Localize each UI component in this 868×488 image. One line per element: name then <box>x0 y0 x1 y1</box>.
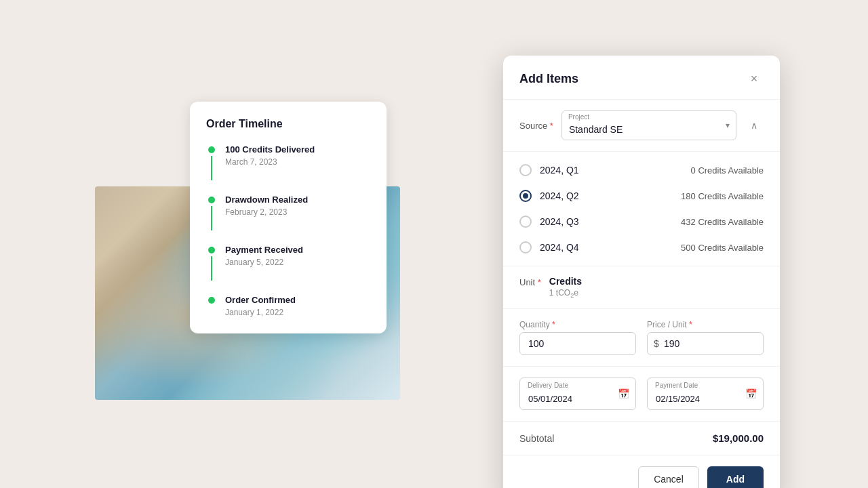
project-label: Project <box>568 113 589 121</box>
date-row: Delivery Date 📅 Payment Date 📅 <box>503 367 780 422</box>
timeline-dot <box>208 247 215 253</box>
timeline-event: 100 Credits Delivered <box>225 144 370 156</box>
subtotal-row: Subtotal $19,000.00 <box>503 422 780 455</box>
quantity-field-group: Quantity * <box>519 320 636 355</box>
quarter-credits-q4: 500 Credits Available <box>681 243 764 253</box>
modal-footer: Cancel Add <box>503 455 780 488</box>
timeline-dot <box>208 197 215 203</box>
calendar-icon-2: 📅 <box>745 388 757 399</box>
delivery-date-field: Delivery Date 📅 <box>519 378 636 410</box>
timeline-content: Drawdown Realized February 2, 2023 <box>225 194 370 217</box>
modal-title: Add Items <box>519 72 578 86</box>
quarter-credits-q2: 180 Credits Available <box>681 191 764 201</box>
quarter-list: 2024, Q1 0 Credits Available 2024, Q2 18… <box>503 152 780 266</box>
unit-detail: 1 tCO2e <box>549 288 764 299</box>
price-label: Price / Unit * <box>647 320 764 329</box>
timeline-dot <box>208 146 215 153</box>
collapse-button[interactable]: ∧ <box>745 116 764 135</box>
unit-label: Unit * <box>519 276 541 287</box>
price-field-group: Price / Unit * $ <box>647 320 764 355</box>
source-label: Source * <box>519 121 553 131</box>
timeline-event: Drawdown Realized <box>225 194 370 206</box>
timeline-dot <box>208 297 215 304</box>
add-button[interactable]: Add <box>707 466 764 488</box>
cancel-button[interactable]: Cancel <box>638 466 699 488</box>
timeline-item: 100 Credits Delivered March 7, 2023 <box>206 144 370 194</box>
payment-date-field: Payment Date 📅 <box>647 378 764 410</box>
timeline-item: Order Confirmed January 1, 2022 <box>206 294 370 317</box>
required-indicator: * <box>550 121 553 131</box>
quarter-name-q1: 2024, Q1 <box>540 165 579 176</box>
price-input[interactable] <box>647 332 764 355</box>
timeline-date: February 2, 2023 <box>225 207 370 217</box>
subtotal-label: Subtotal <box>519 433 554 444</box>
timeline-line <box>211 206 212 230</box>
quarter-name-q2: 2024, Q2 <box>540 190 579 201</box>
payment-date-label: Payment Date <box>655 382 698 389</box>
delivery-date-label: Delivery Date <box>528 382 568 389</box>
timeline-list: 100 Credits Delivered March 7, 2023 Draw… <box>206 144 370 317</box>
timeline-content: 100 Credits Delivered March 7, 2023 <box>225 144 370 167</box>
timeline-title: Order Timeline <box>206 118 370 130</box>
timeline-event: Payment Received <box>225 244 370 256</box>
radio-q1[interactable] <box>519 164 532 176</box>
quarter-credits-q3: 432 Credits Available <box>681 217 764 227</box>
timeline-content: Order Confirmed January 1, 2022 <box>225 294 370 317</box>
timeline-item: Drawdown Realized February 2, 2023 <box>206 194 370 244</box>
radio-q3[interactable] <box>519 216 532 228</box>
modal-header: Add Items × <box>503 56 780 100</box>
quantity-input[interactable] <box>519 332 636 355</box>
subtotal-value: $19,000.00 <box>713 432 764 444</box>
timeline-content: Payment Received January 5, 2022 <box>225 244 370 267</box>
calendar-icon: 📅 <box>618 388 629 399</box>
source-row: Source * Project Standard SE ▾ ∧ <box>503 100 780 152</box>
close-button[interactable]: × <box>745 69 764 88</box>
timeline-line <box>211 156 212 180</box>
quarter-item-q2: 2024, Q2 180 Credits Available <box>519 183 764 209</box>
quantity-price-row: Quantity * Price / Unit * $ <box>503 309 780 367</box>
unit-info: Credits 1 tCO2e <box>549 276 764 299</box>
radio-q2[interactable] <box>519 190 532 202</box>
timeline-date: January 5, 2022 <box>225 258 370 267</box>
timeline-item: Payment Received January 5, 2022 <box>206 244 370 294</box>
quarter-name-q4: 2024, Q4 <box>540 242 579 253</box>
quantity-label: Quantity * <box>519 320 636 329</box>
unit-section: Unit * Credits 1 tCO2e <box>503 266 780 309</box>
project-select-wrap: Project Standard SE ▾ <box>561 110 736 140</box>
timeline-date: January 1, 2022 <box>225 308 370 317</box>
quarter-item-q1: 2024, Q1 0 Credits Available <box>519 157 764 183</box>
quarter-item-q3: 2024, Q3 432 Credits Available <box>519 209 764 235</box>
unit-required: * <box>538 277 541 287</box>
timeline-date: March 7, 2023 <box>225 157 370 167</box>
radio-q4[interactable] <box>519 241 532 253</box>
quarter-credits-q1: 0 Credits Available <box>691 165 764 176</box>
price-prefix: $ <box>654 338 659 349</box>
add-items-modal: Add Items × Source * Project Standard SE… <box>503 56 780 488</box>
quarter-name-q3: 2024, Q3 <box>540 216 579 227</box>
order-timeline-card: Order Timeline 100 Credits Delivered Mar… <box>190 102 387 333</box>
quarter-item-q4: 2024, Q4 500 Credits Available <box>519 235 764 260</box>
timeline-event: Order Confirmed <box>225 294 370 306</box>
timeline-line <box>211 256 212 281</box>
unit-name: Credits <box>549 276 764 287</box>
